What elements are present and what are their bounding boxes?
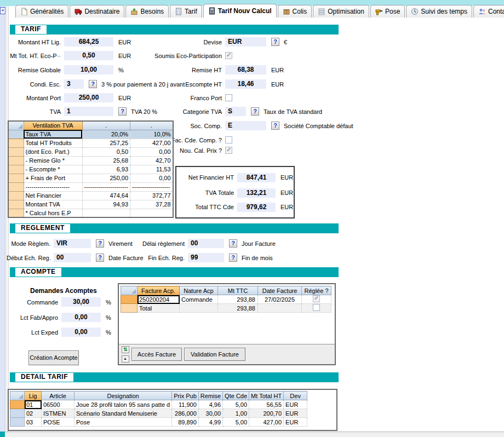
montant-ht-lig-input[interactable]: 684,25: [64, 37, 113, 47]
row-header[interactable]: [8, 139, 24, 147]
delai-reglement-input[interactable]: 00: [188, 239, 224, 248]
row-header[interactable]: [8, 209, 24, 217]
row-header[interactable]: [8, 165, 24, 174]
facture-cell[interactable]: Total: [138, 304, 180, 313]
mt-tot-ht-ecop-input[interactable]: 0,50: [64, 51, 113, 60]
acces-facture-button[interactable]: Accès Facture: [131, 348, 182, 361]
tab-suivi-des-temps[interactable]: Suivi des temps: [406, 5, 472, 18]
mt-total-ht-cell[interactable]: 427,00: [249, 418, 284, 427]
nature-cell[interactable]: [180, 304, 218, 313]
select-all-triangle-icon[interactable]: [10, 392, 25, 400]
row-header[interactable]: [8, 130, 24, 139]
lct-exped-input[interactable]: 0,00: [61, 327, 101, 337]
dev-cell[interactable]: EUR: [284, 400, 307, 409]
mode-reglem-input[interactable]: VIR: [54, 239, 91, 248]
designation-cell[interactable]: Scénario Standard Menuiserie: [75, 409, 172, 418]
row-header[interactable]: [8, 191, 24, 200]
montant-port-input[interactable]: 250,00: [64, 93, 113, 102]
tab-generalites[interactable]: Généralités: [15, 5, 68, 18]
tab-optimisation[interactable]: Optimisation: [313, 5, 369, 18]
mt-ttc-cell[interactable]: 293,88: [218, 295, 258, 304]
remise-cell[interactable]: 4,99: [198, 418, 222, 427]
ventilation-cell[interactable]: 0,00: [130, 147, 173, 156]
lig-cell[interactable]: 03: [25, 418, 42, 427]
prix-pub-cell[interactable]: 89,890: [172, 418, 199, 427]
dev-cell[interactable]: EUR: [284, 409, 307, 418]
dev-cell[interactable]: EUR: [284, 418, 307, 427]
prix-pub-cell[interactable]: 11,900: [172, 400, 199, 409]
mt-ttc-cell[interactable]: 293,88: [218, 304, 258, 313]
reglee-checkbox[interactable]: [313, 304, 320, 311]
designation-cell[interactable]: Pose: [75, 418, 172, 427]
ventilation-cell[interactable]: Montant TVA: [24, 200, 82, 209]
select-all-triangle-icon[interactable]: [8, 121, 24, 130]
soc-comp-input[interactable]: E: [225, 121, 266, 130]
ventilation-cell[interactable]: 427,00: [130, 139, 173, 147]
ventilation-cell[interactable]: 10,0%: [130, 130, 173, 139]
row-header[interactable]: [8, 200, 24, 209]
ventilation-cell[interactable]: 0,00: [130, 174, 173, 182]
creation-acompte-button[interactable]: Création Acompte: [28, 350, 79, 365]
help-button[interactable]: ?: [271, 122, 279, 130]
remise-cell[interactable]: 4,96: [198, 400, 222, 409]
tab-tarif-nouv-calcul[interactable]: Tarif Nouv Calcul: [203, 4, 277, 18]
ventilation-cell[interactable]: 25,68: [82, 156, 130, 165]
remise-ht-input[interactable]: 68,38: [225, 65, 266, 74]
ventilation-cell[interactable]: - Escompte *: [24, 165, 82, 174]
nou-cal-prix-checkbox[interactable]: [225, 147, 232, 154]
soumis-eco-checkbox[interactable]: [225, 52, 232, 59]
article-cell[interactable]: POSE: [42, 418, 75, 427]
ventilation-cell[interactable]: 37,28: [130, 200, 173, 209]
reglee-checkbox[interactable]: [313, 295, 320, 302]
ventilation-cell[interactable]: (dont Eco. Part.): [24, 147, 82, 156]
select-all-triangle-icon[interactable]: [121, 286, 138, 295]
tva-input[interactable]: 1: [64, 107, 113, 116]
tab-pose[interactable]: Pose: [370, 5, 405, 18]
row-header[interactable]: [8, 156, 24, 165]
row-header[interactable]: [121, 304, 138, 313]
tab-colis[interactable]: Colis: [278, 5, 312, 18]
help-button[interactable]: ?: [96, 254, 104, 262]
scroll-up-button[interactable]: [0, 7, 5, 14]
row-header[interactable]: [10, 409, 25, 418]
mt-total-ht-cell[interactable]: 200,70: [249, 409, 284, 418]
remise-globale-input[interactable]: 10,00: [64, 65, 113, 74]
tab-destinataire[interactable]: Destinataire: [70, 5, 124, 18]
lct-fab-appro-input[interactable]: 0,00: [61, 313, 101, 322]
ventilation-cell[interactable]: Taux TVA: [24, 130, 82, 139]
nature-cell[interactable]: Commande: [180, 295, 218, 304]
date-facture-cell[interactable]: 27/02/2025: [258, 295, 302, 304]
ventilation-cell[interactable]: 372,77: [130, 191, 173, 200]
devise-input[interactable]: EUR: [225, 37, 266, 47]
ventilation-cell[interactable]: 94,93: [82, 200, 130, 209]
help-button[interactable]: ?: [229, 254, 237, 262]
categorie-tva-input[interactable]: S: [225, 107, 246, 116]
tab-besoins[interactable]: Besoins: [125, 5, 169, 18]
help-button[interactable]: ?: [271, 38, 279, 46]
row-header[interactable]: [8, 174, 24, 182]
article-cell[interactable]: ISTMEN: [42, 409, 75, 418]
export-icon[interactable]: [122, 346, 129, 353]
qte-cde-cell[interactable]: 5,00: [223, 418, 249, 427]
lig-cell[interactable]: 02: [25, 409, 42, 418]
ventilation-cell[interactable]: 20,0%: [82, 130, 130, 139]
row-header[interactable]: [8, 182, 24, 191]
ventilation-cell[interactable]: 474,64: [82, 191, 130, 200]
ventilation-cell[interactable]: Total HT Produits: [24, 139, 82, 147]
condi-esc-input[interactable]: 3: [64, 79, 84, 89]
help-button[interactable]: ?: [118, 107, 127, 116]
help-button[interactable]: ?: [89, 80, 97, 88]
date-facture-cell[interactable]: [258, 304, 302, 313]
fac-cde-comp-checkbox[interactable]: [225, 136, 232, 143]
ventilation-cell[interactable]: + Frais de Port: [24, 174, 82, 182]
row-header[interactable]: [8, 147, 24, 156]
escompte-ht-input[interactable]: 18,46: [225, 79, 266, 89]
franco-port-checkbox[interactable]: [225, 94, 232, 101]
validation-facture-button[interactable]: Validation Facture: [184, 348, 245, 361]
help-button[interactable]: ?: [251, 107, 259, 116]
left-scrollbar[interactable]: [0, 6, 5, 432]
ventilation-cell[interactable]: 6,93: [82, 165, 130, 174]
facture-cell[interactable]: 250200204: [138, 295, 180, 304]
ventilation-cell[interactable]: Net Financier: [24, 191, 82, 200]
prix-pub-cell[interactable]: 286,000: [172, 409, 199, 418]
